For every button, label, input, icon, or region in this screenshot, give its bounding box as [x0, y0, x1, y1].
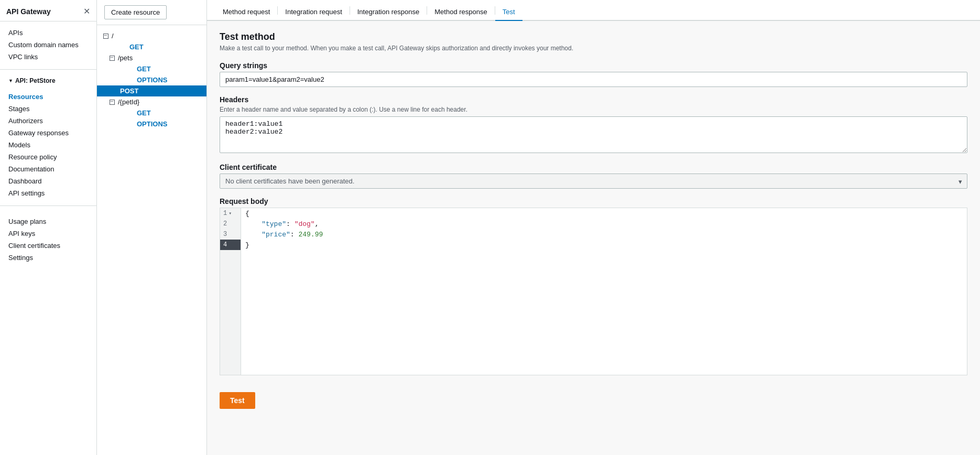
gutter-line-3: 3: [220, 229, 241, 240]
gutter-line-4: 4: [220, 240, 241, 250]
tree-method-get-petid: GET: [97, 107, 206, 118]
root-label: /: [112, 32, 114, 40]
tabs-bar: Method request Integration request Integ…: [207, 0, 980, 21]
client-cert-select[interactable]: No client certificates have been generat…: [220, 174, 967, 189]
pets-label: /pets: [118, 54, 133, 62]
sidebar-divider-2: [0, 205, 96, 206]
test-section-subtitle: Make a test call to your method. When yo…: [220, 45, 967, 52]
sidebar-item-apis[interactable]: APIs: [0, 27, 96, 39]
collapse-icon: [103, 34, 108, 39]
triangle-icon: ▼: [8, 78, 13, 83]
sidebar-item-models[interactable]: Models: [0, 139, 96, 151]
sidebar-api-items: Resources Stages Authorizers Gateway res…: [0, 85, 96, 201]
method-options-petid[interactable]: OPTIONS: [117, 118, 206, 129]
tree-method-get-root: GET: [97, 41, 206, 52]
sidebar-title: API Gateway: [6, 7, 51, 16]
tree-node-root[interactable]: /: [97, 30, 206, 41]
tab-integration-response[interactable]: Integration response: [350, 3, 427, 21]
create-resource-button[interactable]: Create resource: [104, 5, 167, 19]
tree-method-options-petid: OPTIONS: [97, 118, 206, 129]
code-line-1: {: [241, 208, 967, 219]
sidebar: API Gateway ✕ APIs Custom domain names V…: [0, 0, 97, 455]
headers-group: Headers Enter a header name and value se…: [220, 95, 967, 155]
tab-method-response[interactable]: Method response: [427, 3, 494, 21]
tab-method-request[interactable]: Method request: [215, 3, 277, 21]
resource-panel: Create resource / GET /pets GET OPTIONS …: [97, 0, 207, 455]
sidebar-item-settings[interactable]: Settings: [0, 252, 96, 264]
sidebar-item-documentation[interactable]: Documentation: [0, 163, 96, 175]
request-body-label: Request body: [220, 197, 967, 205]
sidebar-item-usage-plans[interactable]: Usage plans: [0, 215, 96, 228]
method-options-pets[interactable]: OPTIONS: [117, 74, 206, 85]
tree-method-post-pets: POST: [97, 85, 206, 96]
method-get-root[interactable]: GET: [110, 41, 206, 52]
sidebar-item-api-keys[interactable]: API keys: [0, 228, 96, 240]
gutter-line-2: 2: [220, 219, 241, 229]
collapse-icon-petid: [110, 100, 115, 105]
client-cert-wrapper: No client certificates have been generat…: [220, 174, 967, 189]
query-strings-group: Query strings: [220, 61, 967, 87]
tree-node-pets[interactable]: /pets: [97, 52, 206, 63]
test-section-title: Test method: [220, 31, 967, 42]
code-content[interactable]: { "type": "dog", "price": 249.99 }: [241, 208, 967, 375]
query-strings-input[interactable]: [220, 72, 967, 87]
request-body-group: Request body 1 ▾ 2 3 4: [220, 197, 967, 375]
method-get-pets[interactable]: GET: [117, 63, 206, 74]
headers-label: Headers: [220, 95, 967, 104]
code-line-3: "price": 249.99: [241, 229, 967, 240]
resize-handle[interactable]: [204, 0, 206, 455]
method-post-pets[interactable]: POST: [117, 85, 206, 96]
main-panel: Method request Integration request Integ…: [207, 0, 980, 455]
tree-method-options-pets: OPTIONS: [97, 74, 206, 85]
tab-integration-request[interactable]: Integration request: [278, 3, 349, 21]
api-section-header: ▼ API: PetStore: [0, 74, 96, 85]
headers-textarea[interactable]: header1:value1 header2:value2: [220, 116, 967, 153]
tree-method-get-pets: GET: [97, 63, 206, 74]
code-gutter: 1 ▾ 2 3 4: [220, 208, 241, 375]
sidebar-header: API Gateway ✕: [0, 0, 96, 21]
resource-tree: / GET /pets GET OPTIONS POST /{petId} G: [97, 25, 206, 455]
sidebar-item-dashboard[interactable]: Dashboard: [0, 175, 96, 187]
tree-node-petid[interactable]: /{petId}: [97, 96, 206, 107]
sidebar-item-vpc-links[interactable]: VPC links: [0, 51, 96, 63]
sidebar-nav: APIs Custom domain names VPC links: [0, 21, 96, 65]
collapse-icon-pets: [110, 56, 115, 61]
test-button[interactable]: Test: [220, 392, 255, 409]
code-line-4: }: [241, 240, 967, 250]
sidebar-item-authorizers[interactable]: Authorizers: [0, 115, 96, 127]
code-editor: 1 ▾ 2 3 4 { "type": "dog",: [220, 208, 967, 375]
sidebar-item-stages[interactable]: Stages: [0, 103, 96, 115]
resource-toolbar: Create resource: [97, 0, 206, 25]
tab-test[interactable]: Test: [495, 3, 522, 21]
sidebar-item-resources[interactable]: Resources: [0, 91, 96, 103]
sidebar-item-custom-domain[interactable]: Custom domain names: [0, 39, 96, 51]
sidebar-item-gateway-responses[interactable]: Gateway responses: [0, 127, 96, 139]
petid-label: /{petId}: [118, 98, 139, 106]
gutter-line-1: 1 ▾: [220, 208, 241, 219]
sidebar-item-client-certs[interactable]: Client certificates: [0, 240, 96, 252]
client-cert-group: Client certificate No client certificate…: [220, 163, 967, 189]
method-get-petid[interactable]: GET: [117, 107, 206, 118]
headers-sub: Enter a header name and value separated …: [220, 106, 967, 113]
sidebar-divider-1: [0, 69, 96, 70]
close-icon[interactable]: ✕: [83, 7, 90, 16]
sidebar-item-resource-policy[interactable]: Resource policy: [0, 151, 96, 163]
query-strings-label: Query strings: [220, 61, 967, 70]
code-line-2: "type": "dog",: [241, 219, 967, 229]
sidebar-bottom-items: Usage plans API keys Client certificates…: [0, 210, 96, 266]
test-panel: Test method Make a test call to your met…: [207, 21, 980, 455]
sidebar-item-api-settings[interactable]: API settings: [0, 187, 96, 199]
client-cert-label: Client certificate: [220, 163, 967, 171]
